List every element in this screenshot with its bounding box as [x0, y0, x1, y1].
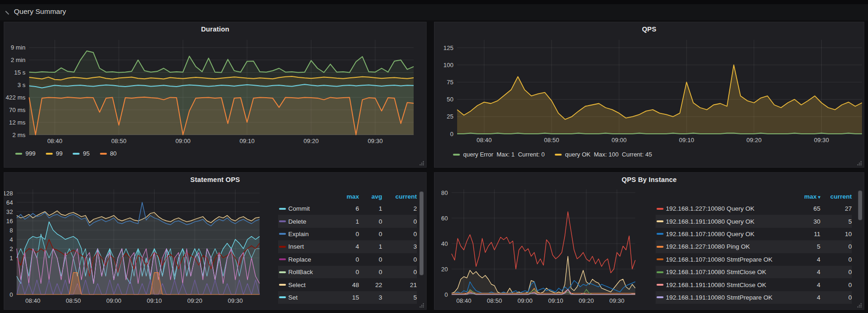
legend-table-row[interactable]: Select482221	[278, 278, 417, 291]
column-header-max[interactable]: max	[339, 193, 359, 200]
duration-chart[interactable]: 2 ms12 ms70 ms422 ms3 s15 s2 min9 min08:…	[4, 22, 426, 167]
legend-table-row[interactable]: 192.168.1.191:10080 StmtClose OK40	[656, 278, 852, 291]
legend-item-99[interactable]: 99	[46, 150, 62, 157]
qps-chart[interactable]: 025507510012508:4008:5009:0009:1009:2009…	[434, 22, 864, 167]
legend-table-row[interactable]: Explain000	[278, 228, 417, 240]
legend-table-row[interactable]: 192.168.1.107:10080 Query OK1110	[656, 228, 852, 240]
value-current: 0	[382, 256, 417, 263]
legend-label: 999	[25, 150, 36, 157]
swatch-cell	[656, 271, 666, 273]
panel-resize-handle[interactable]	[419, 302, 425, 308]
legend-table-row[interactable]: Insert413	[278, 240, 417, 253]
value-max: 6	[339, 205, 359, 212]
value-max: 5	[793, 243, 820, 250]
row-title[interactable]: Query Summary	[14, 7, 66, 16]
legend-table-row[interactable]: 192.168.1.107:10080 StmtClose OK40	[656, 266, 852, 278]
duration-panel: Duration 2 ms12 ms70 ms422 ms3 s15 s2 mi…	[4, 22, 427, 168]
series-name: Delete	[288, 218, 339, 225]
x-axis-tick: 09:20	[304, 138, 319, 144]
y-axis-tick: 50	[447, 96, 453, 103]
legend-table-row[interactable]: 192.168.1.107:10080 StmtPrepare OK40	[656, 253, 852, 266]
series-name: 192.168.1.191:10080 StmtClose OK	[666, 282, 793, 288]
dashboard-row-header[interactable]: Query Summary	[0, 4, 868, 20]
swatch-cell	[656, 233, 666, 235]
legend-item-query-OK[interactable]: query OK Max: 100 Current: 45	[555, 151, 652, 158]
value-avg: 0	[359, 231, 382, 238]
legend-table-row[interactable]: Delete100	[278, 215, 417, 227]
y-axis-tick: 125	[443, 44, 453, 51]
series-name: 192.168.1.227:10080 Ping OK	[666, 243, 793, 250]
legend-item-query-Error[interactable]: query Error Max: 1 Current: 0	[453, 151, 545, 158]
value-max: 65	[793, 205, 820, 212]
legend-table-row[interactable]: Set1535	[278, 291, 417, 304]
legend-scrollbar[interactable]	[419, 191, 424, 275]
value-current: 10	[820, 231, 852, 238]
column-header-max[interactable]: max▾	[793, 193, 820, 200]
qps-panel: QPS 025507510012508:4008:5009:0009:1009:…	[434, 22, 864, 168]
value-max: 4	[339, 243, 359, 250]
y-axis-tick: 80	[441, 189, 448, 196]
legend-label: query Error Max: 1 Current: 0	[463, 151, 545, 158]
chevron-down-icon[interactable]	[4, 9, 11, 16]
y-axis-tick: 20	[441, 266, 448, 273]
value-max: 0	[339, 269, 359, 275]
series-name: Explain	[288, 231, 339, 238]
value-current: 5	[820, 218, 852, 225]
y-axis-tick: 32	[6, 208, 13, 215]
legend-label: 95	[83, 150, 89, 157]
value-current: 21	[382, 282, 417, 288]
value-avg: 1	[359, 243, 382, 250]
legend-item-95[interactable]: 95	[73, 150, 89, 157]
x-axis-tick: 09:30	[609, 297, 625, 304]
legend-color-swatch	[279, 258, 286, 260]
panel-resize-handle[interactable]	[857, 160, 862, 166]
x-axis-tick: 08:50	[112, 138, 127, 144]
legend-color-swatch	[657, 271, 663, 273]
legend-color-swatch	[46, 153, 53, 155]
column-header-current[interactable]: current	[820, 193, 852, 200]
legend-table-row[interactable]: Commit612	[278, 202, 417, 215]
x-axis-tick: 09:20	[579, 297, 594, 304]
legend-table-row[interactable]: Replace000	[278, 253, 417, 266]
legend-item-80[interactable]: 80	[100, 150, 117, 157]
legend-table-row[interactable]: 192.168.1.227:10080 Query OK6527	[656, 202, 852, 215]
y-axis-tick: 8	[10, 227, 13, 234]
value-current: 0	[820, 282, 852, 288]
legend-item-999[interactable]: 999	[15, 150, 36, 157]
legend-color-swatch	[657, 220, 663, 222]
legend-color-swatch	[279, 208, 286, 210]
panel-resize-handle[interactable]	[419, 160, 425, 166]
value-max: 1	[339, 218, 359, 225]
value-current: 2	[382, 205, 417, 212]
statement-ops-legend-table: maxavgcurrentCommit612Delete100Explain00…	[278, 190, 417, 304]
y-axis-tick: 0	[450, 131, 453, 138]
column-header-avg[interactable]: avg	[359, 193, 382, 200]
value-max: 0	[339, 256, 359, 263]
series-name: RollBack	[288, 269, 339, 275]
legend-label: 80	[110, 150, 117, 157]
value-avg: 0	[359, 256, 382, 263]
legend-color-swatch	[657, 208, 663, 210]
legend-color-swatch	[279, 271, 286, 273]
series-name: Replace	[288, 256, 339, 263]
y-axis-tick: 100	[443, 62, 453, 69]
swatch-cell	[656, 208, 666, 210]
panel-resize-handle[interactable]	[857, 302, 862, 308]
column-header-current[interactable]: current	[382, 193, 417, 200]
legend-table-row[interactable]: 192.168.1.191:10080 Query OK305	[656, 215, 852, 227]
legend-color-swatch	[279, 296, 286, 298]
legend-color-swatch	[279, 284, 286, 286]
swatch-cell	[656, 246, 666, 248]
legend-color-swatch	[100, 153, 107, 155]
legend-color-swatch	[657, 246, 663, 248]
legend-table-row[interactable]: 192.168.1.227:10080 Ping OK50	[656, 240, 852, 253]
y-axis-tick: 1	[10, 255, 13, 262]
x-axis-tick: 09:00	[106, 297, 122, 304]
y-axis-tick: 128	[4, 190, 13, 197]
y-axis-tick: 60	[441, 215, 448, 222]
legend-scrollbar[interactable]	[858, 190, 862, 220]
series-name: 192.168.1.107:10080 StmtClose OK	[666, 269, 793, 275]
swatch-cell	[278, 220, 288, 222]
legend-table-row[interactable]: RollBack000	[278, 266, 417, 278]
legend-table-row[interactable]: 192.168.1.191:10080 StmtPrepare OK40	[656, 291, 852, 304]
